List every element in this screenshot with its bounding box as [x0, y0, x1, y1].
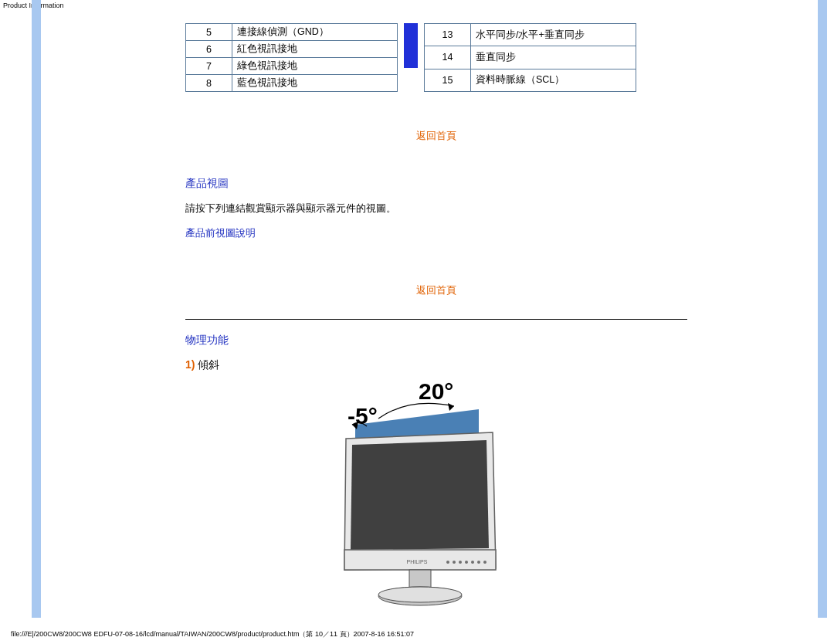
pin-number: 15	[425, 69, 471, 91]
pin-description: 藍色視訊接地	[232, 75, 398, 92]
table-row: 13水平同步/水平+垂直同步	[425, 24, 636, 46]
product-views-text: 請按下列連結觀賞顯示器與顯示器元件的視圖。	[185, 202, 687, 215]
table-row: 7綠色視訊接地	[186, 58, 398, 75]
svg-point-9	[459, 561, 462, 564]
back-to-top-anchor-1[interactable]: 返回首頁	[416, 130, 456, 141]
pin-number: 14	[425, 46, 471, 69]
pin-number: 7	[186, 58, 232, 75]
table-row: 8藍色視訊接地	[186, 75, 398, 92]
page-header-title: Product Information	[0, 0, 834, 9]
svg-point-12	[477, 561, 480, 564]
svg-text:PHILIPS: PHILIPS	[407, 559, 428, 564]
section-physical-functions: 物理功能	[185, 334, 687, 347]
svg-point-7	[446, 561, 449, 564]
svg-marker-4	[351, 440, 489, 550]
svg-marker-1	[448, 403, 454, 411]
pin-table-separator	[404, 23, 418, 68]
section-divider	[185, 319, 687, 320]
pin-description: 綠色視訊接地	[232, 58, 398, 75]
section-product-views: 產品視圖	[185, 177, 687, 191]
front-view-link[interactable]: 產品前視圖說明	[185, 226, 687, 240]
svg-point-13	[483, 561, 486, 564]
back-to-top-link-2[interactable]: 返回首頁	[185, 283, 687, 297]
pin-description: 紅色視訊接地	[232, 41, 398, 58]
pin-description: 資料時脈線（SCL）	[471, 69, 636, 91]
left-margin-bar	[32, 0, 41, 618]
table-row: 6紅色視訊接地	[186, 41, 398, 58]
pin-number: 13	[425, 24, 471, 46]
svg-rect-14	[409, 570, 431, 588]
tilt-heading: 1) 傾斜	[185, 358, 687, 372]
pin-tables: 5連接線偵測（GND）6紅色視訊接地7綠色視訊接地8藍色視訊接地 13水平同步/…	[185, 23, 687, 92]
main-content: 5連接線偵測（GND）6紅色視訊接地7綠色視訊接地8藍色視訊接地 13水平同步/…	[185, 9, 687, 618]
tilt-number: 1)	[185, 358, 195, 371]
tilt-text: 傾斜	[198, 358, 219, 371]
pin-number: 6	[186, 41, 232, 58]
table-row: 14垂直同步	[425, 46, 636, 69]
svg-point-11	[471, 561, 474, 564]
pin-table-right: 13水平同步/水平+垂直同步14垂直同步15資料時脈線（SCL）	[424, 23, 636, 92]
monitor-tilt-figure: 20° -5° PHILIPS	[324, 378, 571, 618]
svg-point-16	[378, 587, 462, 602]
table-row: 15資料時脈線（SCL）	[425, 69, 636, 91]
back-to-top-anchor-2[interactable]: 返回首頁	[416, 284, 456, 296]
pin-number: 5	[186, 24, 232, 41]
svg-point-10	[465, 561, 468, 564]
pin-number: 8	[186, 75, 232, 92]
pin-table-left: 5連接線偵測（GND）6紅色視訊接地7綠色視訊接地8藍色視訊接地	[185, 23, 398, 92]
back-to-top-link-1[interactable]: 返回首頁	[185, 129, 687, 143]
pin-description: 水平同步/水平+垂直同步	[471, 24, 636, 46]
monitor-svg: PHILIPS	[324, 402, 525, 618]
right-margin-bar	[818, 0, 827, 618]
pin-description: 連接線偵測（GND）	[232, 24, 398, 41]
svg-point-8	[453, 561, 456, 564]
table-row: 5連接線偵測（GND）	[186, 24, 398, 41]
angle-20-label: 20°	[419, 378, 453, 405]
pin-description: 垂直同步	[471, 46, 636, 69]
